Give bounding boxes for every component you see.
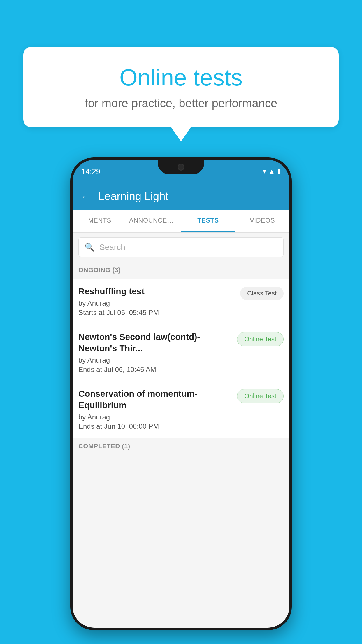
tabs-bar: MENTS ANNOUNCEMENTS TESTS VIDEOS — [73, 210, 289, 233]
phone-frame: 14:29 ▾ ▲ ▮ ← Learning Light — [70, 158, 292, 630]
test-info: Reshuffling test by Anurag Starts at Jul… — [78, 286, 236, 317]
search-icon: 🔍 — [85, 242, 95, 252]
promo-section: Online tests for more practice, better p… — [23, 47, 339, 127]
test-badge-online-2: Online Test — [237, 389, 284, 403]
search-container: 🔍 Search — [73, 233, 289, 262]
test-item[interactable]: Newton's Second law(contd)-Newton's Thir… — [73, 324, 289, 381]
app-screen: ← Learning Light MENTS ANNOUNCEMENTS TES… — [73, 183, 289, 628]
bubble-subtitle: for more practice, better performance — [47, 97, 315, 110]
phone-inner: 14:29 ▾ ▲ ▮ ← Learning Light — [73, 160, 289, 628]
back-button[interactable]: ← — [81, 190, 91, 203]
search-bar[interactable]: 🔍 Search — [78, 237, 284, 257]
status-bar: 14:29 ▾ ▲ ▮ — [73, 160, 289, 183]
test-time: Starts at Jul 05, 05:45 PM — [78, 309, 236, 317]
status-time: 14:29 — [81, 167, 100, 176]
test-author: by Anurag — [78, 356, 232, 364]
test-badge-online: Online Test — [237, 332, 284, 346]
test-author: by Anurag — [78, 299, 236, 307]
camera-icon — [178, 164, 184, 171]
test-author: by Anurag — [78, 413, 232, 421]
test-info: Conservation of momentum-Equilibrium by … — [78, 388, 232, 430]
test-title: Reshuffling test — [78, 286, 236, 297]
test-badge-class: Class Test — [240, 287, 284, 300]
test-item[interactable]: Conservation of momentum-Equilibrium by … — [73, 381, 289, 438]
status-icons: ▾ ▲ ▮ — [263, 168, 281, 175]
app-title: Learning Light — [98, 190, 168, 203]
test-time: Ends at Jun 10, 06:00 PM — [78, 422, 232, 430]
tab-announcements[interactable]: ANNOUNCEMENTS — [127, 210, 181, 232]
phone-notch — [158, 160, 204, 174]
test-info: Newton's Second law(contd)-Newton's Thir… — [78, 331, 232, 374]
test-title: Conservation of momentum-Equilibrium — [78, 388, 232, 411]
ongoing-section-header: ONGOING (3) — [73, 262, 289, 279]
speech-bubble: Online tests for more practice, better p… — [23, 47, 339, 127]
search-placeholder: Search — [99, 243, 125, 252]
test-title: Newton's Second law(contd)-Newton's Thir… — [78, 331, 232, 354]
tab-videos[interactable]: VIDEOS — [235, 210, 289, 232]
tests-list: Reshuffling test by Anurag Starts at Jul… — [73, 279, 289, 438]
bubble-title: Online tests — [47, 64, 315, 91]
tab-ments[interactable]: MENTS — [73, 210, 127, 232]
tab-tests[interactable]: TESTS — [181, 210, 235, 232]
completed-section-header: COMPLETED (1) — [73, 438, 289, 455]
wifi-icon: ▾ — [263, 168, 266, 175]
signal-icon: ▲ — [268, 168, 275, 175]
test-item[interactable]: Reshuffling test by Anurag Starts at Jul… — [73, 279, 289, 324]
app-header: ← Learning Light — [73, 183, 289, 210]
test-time: Ends at Jul 06, 10:45 AM — [78, 365, 232, 374]
battery-icon: ▮ — [277, 168, 281, 175]
phone-container: 14:29 ▾ ▲ ▮ ← Learning Light — [23, 158, 339, 638]
